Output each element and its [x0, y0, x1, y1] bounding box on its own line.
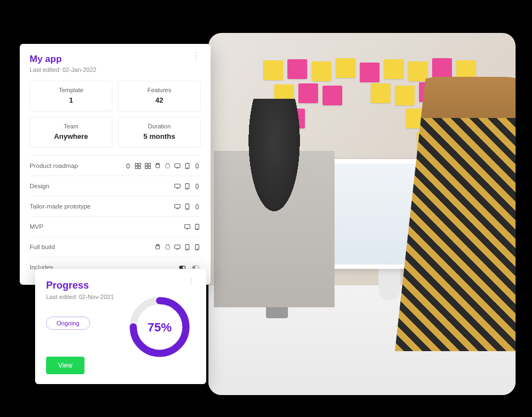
apple-icon: [163, 243, 171, 251]
feature-row: Product roadmap: [30, 156, 201, 176]
stat-value: Anywhere: [30, 132, 112, 140]
svg-point-56: [193, 266, 195, 269]
android-icon: [154, 243, 161, 251]
stat-duration: Duration 5 months: [118, 117, 201, 148]
watch-icon: [193, 182, 201, 190]
tablet-icon: [193, 243, 201, 251]
background-photo: [208, 33, 516, 395]
tablet-icon: [193, 223, 201, 230]
progress-percent: 75%: [148, 320, 172, 334]
svg-rect-6: [138, 166, 140, 168]
android-icon: [154, 162, 161, 170]
feature-icons: [173, 182, 201, 190]
feature-label: Design: [30, 183, 49, 189]
stat-template: Template 1: [30, 81, 112, 111]
svg-rect-22: [174, 184, 180, 188]
feature-label: Full build: [30, 244, 55, 250]
feature-icons: [154, 243, 201, 251]
svg-point-50: [187, 249, 188, 249]
svg-rect-5: [135, 166, 137, 168]
myapp-title: My app: [30, 54, 97, 65]
svg-point-52: [197, 249, 197, 249]
myapp-last-edited: Last edited: 02-Jan-2022: [30, 66, 97, 73]
svg-point-34: [187, 208, 188, 208]
svg-rect-4: [138, 163, 140, 165]
desktop-icon: [183, 223, 191, 230]
stat-grid: Template 1 Features 42 Team Anywhere Dur…: [30, 81, 201, 148]
svg-rect-0: [127, 164, 129, 168]
svg-rect-14: [174, 164, 180, 167]
feature-label: MVP: [30, 223, 43, 230]
stat-value: 5 months: [118, 132, 200, 140]
watch-icon: [193, 202, 201, 210]
feature-icons: [124, 162, 201, 170]
apple-icon: [163, 162, 171, 170]
tablet-icon: [183, 162, 191, 170]
view-button[interactable]: View: [46, 357, 84, 374]
feature-row: Tailor-made prototype: [30, 196, 201, 217]
more-icon[interactable]: ⋮: [188, 280, 195, 284]
svg-point-42: [197, 228, 197, 229]
stat-label: Features: [118, 87, 200, 93]
watch-icon: [193, 162, 201, 170]
svg-rect-7: [145, 163, 147, 165]
status-badge: Ongoing: [46, 317, 90, 330]
grid-icon: [144, 162, 151, 170]
feature-row: Full build: [30, 237, 201, 257]
svg-rect-30: [174, 204, 180, 208]
svg-point-54: [182, 266, 185, 269]
feature-rows: Product roadmapDesignTailor-made prototy…: [30, 155, 201, 277]
progress-card: Progress Last edited: 02-Nov-2021 Ongoin…: [35, 269, 206, 384]
watch-icon: [124, 162, 132, 170]
stat-features: Features 42: [118, 81, 201, 111]
svg-rect-43: [156, 246, 160, 249]
feature-label: Tailor-made prototype: [30, 203, 90, 210]
more-icon[interactable]: ⋮: [192, 54, 201, 58]
progress-title: Progress: [46, 280, 114, 291]
svg-rect-35: [196, 205, 199, 208]
desktop-icon: [173, 182, 181, 190]
feature-icons: [173, 202, 201, 210]
svg-rect-9: [145, 166, 147, 168]
stat-value: 1: [30, 96, 112, 104]
svg-rect-11: [156, 165, 160, 168]
stat-label: Template: [30, 87, 112, 93]
myapp-card: My app Last edited: 02-Jan-2022 ⋮ Templa…: [20, 44, 211, 285]
svg-rect-46: [174, 245, 180, 249]
feature-icons: [183, 223, 201, 230]
person-presenter: [214, 99, 335, 307]
svg-rect-38: [184, 224, 190, 228]
tablet-icon: [183, 182, 191, 190]
desktop-icon: [173, 243, 181, 251]
stat-team: Team Anywhere: [30, 117, 112, 148]
svg-rect-3: [135, 163, 137, 165]
tablet-icon: [183, 243, 191, 251]
svg-rect-19: [196, 164, 199, 168]
feature-row: Design: [30, 176, 201, 196]
feature-row: MVP: [30, 217, 201, 237]
tablet-icon: [183, 202, 191, 210]
stat-label: Duration: [118, 123, 200, 129]
desktop-icon: [173, 162, 181, 170]
grid-icon: [134, 162, 142, 170]
progress-last-edited: Last edited: 02-Nov-2021: [46, 294, 114, 300]
desktop-icon: [173, 202, 181, 210]
svg-point-26: [187, 188, 188, 188]
stat-value: 42: [118, 96, 200, 104]
svg-rect-10: [148, 166, 150, 168]
stat-label: Team: [30, 123, 112, 129]
svg-rect-27: [196, 184, 199, 188]
svg-rect-8: [148, 163, 150, 165]
feature-label: Product roadmap: [30, 162, 78, 169]
progress-donut: 75%: [127, 294, 193, 360]
svg-point-18: [187, 167, 188, 168]
